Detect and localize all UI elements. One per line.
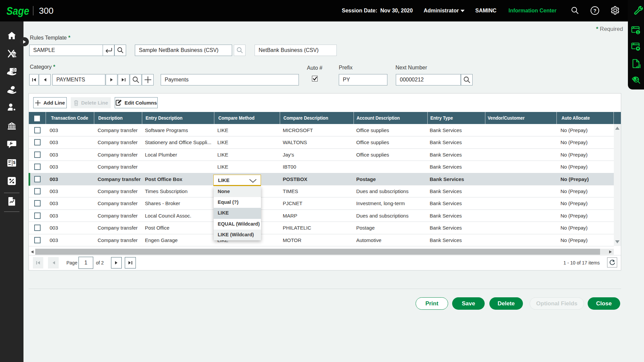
- svg-text:$: $: [13, 160, 15, 165]
- svg-text:Sage: Sage: [7, 4, 29, 17]
- svg-text:1: 1: [637, 31, 639, 34]
- svg-text:?: ?: [593, 8, 596, 13]
